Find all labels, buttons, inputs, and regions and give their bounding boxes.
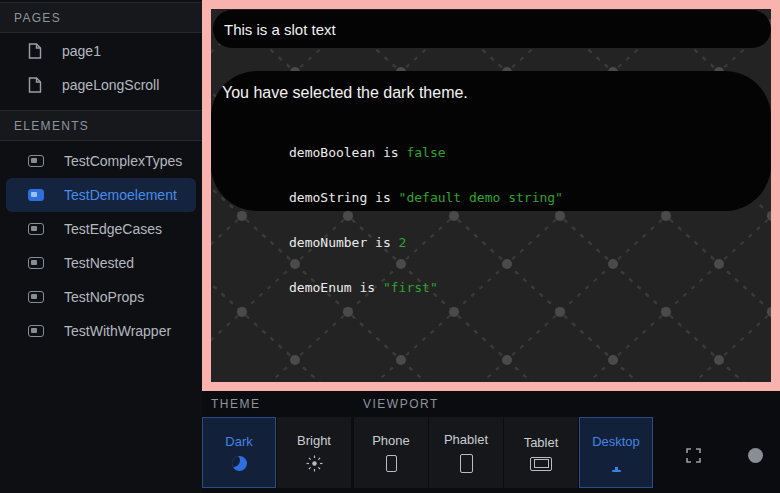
sidebar-item-testedgecases[interactable]: TestEdgeCases [6,212,196,246]
sidebar-item-testdemoelement[interactable]: TestDemoelement [6,178,196,212]
sidebar-item-testnoprops[interactable]: TestNoProps [6,280,196,314]
viewport-section-header: VIEWPORT [354,391,653,417]
fullscreen-icon [686,448,701,463]
component-icon [28,257,44,269]
file-icon [28,77,42,93]
viewport-section: VIEWPORT Phone Phablet Tablet Desktop [354,391,653,493]
viewport-desktop-label: Desktop [592,434,640,449]
sidebar-section-elements-header: ELEMENTS [0,110,202,141]
code-value: "first" [383,280,438,295]
theme-bright-label: Bright [297,433,331,448]
component-icon [28,155,44,167]
theme-dark-label: Dark [225,434,252,449]
code-label: demoEnum is [289,280,383,295]
sidebar-item-label: TestComplexTypes [64,153,182,169]
viewport-buttons-row: Phone Phablet Tablet Desktop [354,417,653,488]
fullscreen-button[interactable] [683,445,703,465]
app-window: PAGES page1 pageLongScroll ELEMENTS [0,0,780,493]
desktop-icon [607,456,626,472]
theme-header-label: THEME [211,397,261,411]
sidebar-item-label: pageLongScroll [62,77,159,93]
code-value: false [406,145,445,160]
code-value: 2 [399,235,407,250]
viewport-phone-label: Phone [372,433,410,448]
viewport-phablet-button[interactable]: Phablet [429,417,503,488]
viewport-header-label: VIEWPORT [363,397,439,411]
status-circle-button[interactable] [748,448,763,463]
sidebar-item-label: TestWithWrapper [64,323,171,339]
sun-icon [306,455,323,472]
sidebar-item-page1[interactable]: page1 [6,34,196,68]
sidebar-item-testnested[interactable]: TestNested [6,246,196,280]
pages-list: page1 pageLongScroll [0,33,202,102]
code-line: demoBoolean is false [289,145,771,160]
theme-section-header: THEME [202,391,351,417]
viewport-tablet-button[interactable]: Tablet [504,417,578,488]
sidebar-item-label: TestNested [64,255,134,271]
theme-bright-button[interactable]: Bright [277,417,351,488]
phablet-icon [460,454,473,473]
code-label: demoNumber is [289,235,399,250]
viewport-phablet-label: Phablet [444,432,488,447]
elements-header-label: ELEMENTS [14,119,89,133]
moon-icon [232,456,247,471]
slot-text-box: This is a slot text [213,10,771,48]
pages-header-label: PAGES [14,11,61,25]
code-label: demoString is [289,190,399,205]
component-icon [28,189,44,201]
code-label: demoBoolean is [289,145,406,160]
slot-text: This is a slot text [224,21,336,38]
theme-section: THEME Dark Bright [202,391,351,493]
component-icon [28,223,44,235]
sidebar: PAGES page1 pageLongScroll ELEMENTS [0,0,202,493]
demo-props-code: demoBoolean is false demoString is "defa… [211,115,771,325]
code-line: demoEnum is "first" [289,280,771,295]
code-line: demoString is "default demo string" [289,190,771,205]
preview-canvas: This is a slot text You have selected th… [211,9,771,382]
component-icon [28,325,44,337]
viewport-tablet-label: Tablet [524,435,559,450]
code-line: demoNumber is 2 [289,235,771,250]
theme-message: You have selected the dark theme. [211,84,771,102]
sidebar-item-testcomplextypes[interactable]: TestComplexTypes [6,144,196,178]
file-icon [28,43,42,59]
elements-list: TestComplexTypes TestDemoelement TestEdg… [0,141,202,348]
sidebar-item-label: TestEdgeCases [64,221,162,237]
component-icon [28,291,44,303]
viewport-phone-button[interactable]: Phone [354,417,428,488]
sidebar-item-label: page1 [62,43,101,59]
bottom-toolbar: THEME Dark Bright [202,391,780,493]
sidebar-item-testwithwrapper[interactable]: TestWithWrapper [6,314,196,348]
toolbar-controls [653,391,780,493]
preview-frame: This is a slot text You have selected th… [202,0,780,391]
sidebar-item-label: TestNoProps [64,289,144,305]
phone-icon [386,455,397,472]
sidebar-item-pagelongscroll[interactable]: pageLongScroll [6,68,196,102]
viewport-desktop-button[interactable]: Desktop [579,417,653,488]
sidebar-section-pages-header: PAGES [0,2,202,33]
theme-dark-button[interactable]: Dark [202,417,276,488]
theme-buttons-row: Dark Bright [202,417,351,488]
demo-element-box: You have selected the dark theme. demoBo… [211,71,771,211]
code-value: "default demo string" [399,190,563,205]
tablet-icon [530,457,552,471]
sidebar-item-label: TestDemoelement [64,187,177,203]
